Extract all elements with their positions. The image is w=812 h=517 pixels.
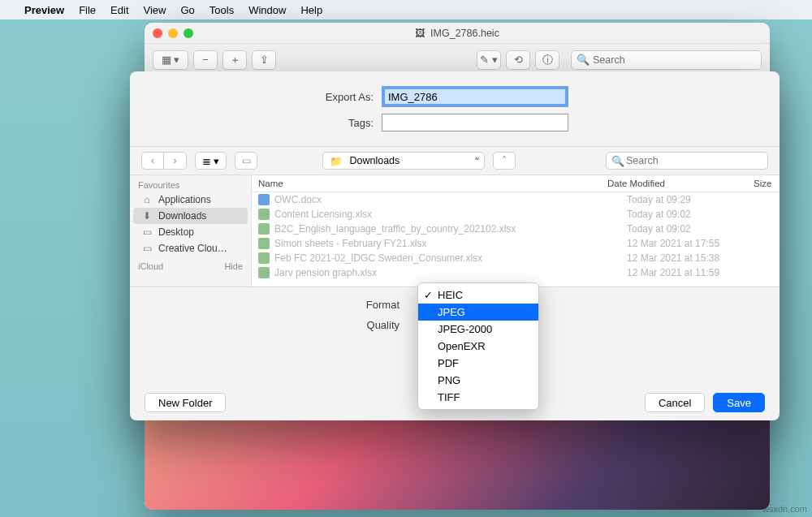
nav-forward-button[interactable]: ›	[164, 152, 187, 170]
sidebar-section-icloud: iCloud	[138, 261, 163, 271]
quality-label: Quality	[130, 319, 406, 331]
menu-window[interactable]: Window	[248, 4, 286, 16]
file-name: B2C_English_language_traffic_by_country_…	[274, 223, 622, 235]
format-option-openexr[interactable]: OpenEXR	[418, 338, 538, 355]
downloads-icon: ⬇	[141, 210, 153, 222]
file-date: 12 Mar 2021 at 15:38	[627, 252, 773, 264]
file-row[interactable]: Simon sheets - February FY21.xlsx12 Mar …	[252, 236, 780, 251]
file-row[interactable]: Content Licensing.xlsxToday at 09:02	[252, 207, 780, 222]
cancel-button[interactable]: Cancel	[645, 393, 705, 412]
minimize-button[interactable]	[168, 28, 178, 38]
file-icon	[258, 238, 270, 249]
menu-edit[interactable]: Edit	[110, 4, 128, 16]
col-name[interactable]: Name	[252, 175, 601, 192]
file-name: Content Licensing.xlsx	[274, 209, 622, 220]
sidebar-hide[interactable]: Hide	[224, 261, 243, 271]
share-button[interactable]: ⇪	[252, 50, 276, 70]
file-icon	[258, 223, 270, 235]
zoom-button[interactable]	[184, 28, 193, 38]
format-option-heic[interactable]: HEIC	[418, 287, 538, 304]
applications-icon: ⌂	[141, 194, 153, 205]
file-date: Today at 09:02	[627, 223, 773, 235]
menu-view[interactable]: View	[144, 4, 166, 16]
menu-tools[interactable]: Tools	[209, 4, 234, 16]
tags-input[interactable]	[382, 114, 568, 131]
close-button[interactable]	[153, 28, 162, 38]
location-toolbar: ‹ › ≣ ▾ ▭ 📁 Downloads ˄˅ ˄ 🔍	[130, 146, 780, 175]
menu-help[interactable]: Help	[300, 4, 322, 16]
file-name: Jarv pension graph.xlsx	[274, 267, 622, 278]
file-list: Name Date Modified Size OWC.docxToday at…	[252, 175, 780, 287]
folder-icon: 📁	[330, 155, 343, 167]
rotate-button[interactable]: ⟲	[506, 50, 530, 70]
format-option-jpeg[interactable]: JPEG	[418, 304, 538, 321]
file-row[interactable]: Feb FC 2021-02_IDGC Sweden_Consumer.xlsx…	[252, 251, 780, 265]
view-style-button[interactable]: ≣ ▾	[195, 152, 227, 170]
view-mode-button[interactable]: ▦ ▾	[153, 50, 188, 70]
search-icon: 🔍	[611, 155, 624, 167]
file-date: Today at 09:02	[627, 209, 773, 220]
location-popup[interactable]: 📁 Downloads ˄˅	[322, 152, 485, 170]
sidebar-item-applications[interactable]: ⌂Applications	[133, 192, 248, 208]
format-label: Format	[130, 299, 406, 311]
chevron-updown-icon: ˄˅	[474, 157, 477, 166]
sidebar-item-downloads[interactable]: ⬇Downloads	[133, 208, 248, 224]
menu-file[interactable]: File	[79, 4, 96, 16]
export-sheet: Export As: Tags: ‹ › ≣ ▾ ▭ 📁 Downloads ˄…	[130, 71, 780, 420]
file-name: OWC.docx	[274, 194, 622, 205]
file-row[interactable]: Jarv pension graph.xlsx12 Mar 2021 at 11…	[252, 265, 780, 280]
file-icon	[258, 194, 270, 205]
toolbar-search: 🔍	[571, 50, 762, 70]
search-icon: 🔍	[577, 54, 590, 66]
file-date: 12 Mar 2021 at 17:55	[627, 238, 773, 249]
file-date: Today at 09:29	[627, 194, 773, 205]
markup-button[interactable]: ✎ ▾	[477, 50, 501, 70]
folder-icon: ▭	[141, 243, 153, 254]
export-as-label: Export As:	[146, 91, 382, 103]
menu-go[interactable]: Go	[180, 4, 194, 16]
file-name: Feb FC 2021-02_IDGC Sweden_Consumer.xlsx	[274, 252, 622, 264]
titlebar: 🖼 IMG_2786.heic	[145, 23, 770, 44]
toolbar-search-input[interactable]	[571, 50, 762, 70]
new-folder-button[interactable]: New Folder	[145, 393, 226, 412]
nav-back-button[interactable]: ‹	[141, 152, 164, 170]
col-size[interactable]: Size	[747, 175, 780, 192]
col-date[interactable]: Date Modified	[601, 175, 747, 192]
menubar-appname[interactable]: Preview	[24, 4, 64, 16]
sidebar-section-favourites: Favourites	[138, 180, 179, 190]
file-browser: Favourites ⌂Applications ⬇Downloads ▭Des…	[130, 175, 780, 287]
sidebar-item-creative-cloud[interactable]: ▭Creative Clou…	[133, 240, 248, 256]
file-date: 12 Mar 2021 at 11:59	[627, 267, 773, 278]
file-name: Simon sheets - February FY21.xlsx	[274, 238, 622, 249]
info-button[interactable]: ⓘ	[535, 50, 559, 70]
save-button[interactable]: Save	[713, 393, 765, 412]
file-row[interactable]: B2C_English_language_traffic_by_country_…	[252, 222, 780, 236]
tags-label: Tags:	[146, 117, 382, 129]
format-dropdown: HEICJPEGJPEG-2000OpenEXRPDFPNGTIFF	[417, 282, 539, 410]
format-option-jpeg-2000[interactable]: JPEG-2000	[418, 321, 538, 338]
zoom-in-button[interactable]: ＋	[222, 50, 247, 70]
watermark: wsxdn.com	[762, 504, 807, 514]
zoom-out-button[interactable]: −	[193, 50, 218, 70]
format-option-tiff[interactable]: TIFF	[418, 389, 538, 406]
desktop-icon: ▭	[141, 226, 153, 238]
window-title: IMG_2786.heic	[430, 28, 499, 39]
file-row[interactable]: OWC.docxToday at 09:29	[252, 192, 780, 207]
export-as-input[interactable]	[382, 86, 568, 107]
group-button[interactable]: ▭	[235, 152, 257, 170]
location-search-input[interactable]	[606, 152, 768, 170]
sidebar: Favourites ⌂Applications ⬇Downloads ▭Des…	[130, 175, 252, 287]
sidebar-item-desktop[interactable]: ▭Desktop	[133, 224, 248, 240]
format-option-png[interactable]: PNG	[418, 372, 538, 389]
format-option-pdf[interactable]: PDF	[418, 355, 538, 372]
menubar: Preview File Edit View Go Tools Window H…	[0, 0, 812, 19]
file-icon	[258, 209, 270, 220]
file-icon	[258, 267, 270, 278]
export-options: Format Quality File Size HEICJPEGJPEG-20…	[130, 287, 780, 355]
location-popup-label: Downloads	[349, 155, 468, 166]
collapse-button[interactable]: ˄	[493, 152, 516, 170]
document-icon: 🖼	[415, 28, 425, 39]
file-icon	[258, 252, 270, 264]
